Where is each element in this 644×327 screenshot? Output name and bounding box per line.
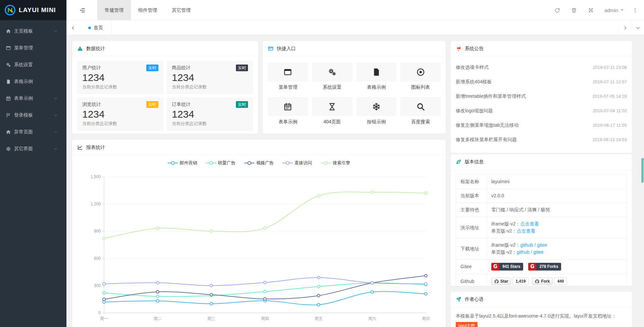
- sidebar-item-3[interactable]: 表格示例: [0, 73, 66, 90]
- notice-date: 2019-07-04 11:02: [593, 108, 627, 113]
- version-value: 零门槛 / 响应式 / 清爽 / 极简: [491, 207, 550, 212]
- quick-entry-0[interactable]: 菜单管理: [268, 63, 308, 90]
- notice-item-2[interactable]: 新增treetable插件和菜单管理样式2019-07-05 14:28: [456, 89, 627, 104]
- notice-item-5[interactable]: 修复多模块菜单栏展开有问题2019-06-13 14:53: [456, 132, 627, 147]
- tab-menu-button[interactable]: [631, 21, 644, 35]
- sidebar-item-label: 登录模板: [14, 112, 54, 118]
- chevron-right-icon: [623, 26, 628, 30]
- layui-doc-badge[interactable]: layui文档: [456, 322, 478, 327]
- refresh-button[interactable]: [549, 0, 565, 20]
- version-link[interactable]: github: [520, 242, 533, 248]
- stat-value: 1234: [82, 109, 158, 120]
- tab-home[interactable]: 首页: [80, 21, 111, 35]
- svg-text:1,500: 1,500: [91, 174, 101, 179]
- github-star-button[interactable]: Star: [491, 278, 511, 285]
- notice-text: 修复多模块菜单栏展开有问题: [456, 137, 517, 143]
- stat-badge: 实时: [146, 101, 158, 108]
- version-label: 主要特色: [456, 203, 487, 217]
- calendar-icon: [6, 96, 11, 101]
- leaf-icon: [456, 159, 461, 165]
- header-actions: admin: [549, 0, 641, 20]
- legend-item-1[interactable]: 联盟广告: [206, 160, 236, 166]
- quick-entry-6[interactable]: 按钮示例: [356, 97, 397, 125]
- stat-desc: 当前分类总记录数: [82, 121, 158, 127]
- fullscreen-button[interactable]: [582, 0, 599, 20]
- quick-entry-2[interactable]: 表格示例: [356, 63, 397, 90]
- github-fork-button[interactable]: Fork: [532, 278, 553, 285]
- quick-entry-5[interactable]: 404页面: [312, 97, 352, 125]
- notice-item-3[interactable]: 修改logo缩放问题2019-07-04 11:02: [456, 104, 627, 118]
- legend-label: 直接访问: [295, 160, 312, 166]
- warning-triangle-icon: [77, 46, 83, 51]
- refresh-icon: [554, 7, 560, 13]
- version-link[interactable]: gitee: [533, 249, 543, 255]
- bullhorn-icon: [456, 46, 461, 51]
- notice-item-4[interactable]: 修复左侧菜单缩放tab无法移动2019-06-17 11:55: [456, 118, 627, 132]
- legend-item-0[interactable]: 邮件营销: [168, 160, 197, 166]
- version-row-6: GithubStar1,419Fork440: [456, 274, 627, 289]
- quick-entry-4[interactable]: 表单示例: [268, 97, 308, 125]
- gitee-badge[interactable]: G941 Stars: [491, 263, 523, 271]
- version-link[interactable]: 点击查看: [520, 221, 539, 227]
- menu-fold-icon: [79, 7, 86, 13]
- tab-scroll-right-button[interactable]: [618, 21, 631, 35]
- home-icon: [6, 29, 11, 34]
- version-link[interactable]: gitee: [537, 242, 547, 248]
- version-value: layuimini: [491, 179, 509, 184]
- user-dropdown[interactable]: admin: [599, 0, 629, 20]
- legend-item-3[interactable]: 直接访问: [283, 160, 312, 166]
- legend-label: 邮件营销: [180, 160, 197, 166]
- legend-mark-icon: [244, 161, 254, 165]
- page-scrollbar[interactable]: [641, 158, 644, 183]
- stat-desc: 当前分类总记录数: [172, 121, 248, 127]
- legend-item-4[interactable]: 搜索引擎: [321, 160, 350, 166]
- sidebar-menu: 主页模板菜单管理系统设置表格示例表单示例登录模板异常页面其它界面: [0, 20, 66, 157]
- cogs-icon: [6, 62, 11, 68]
- module-tab-2[interactable]: 其它管理: [164, 0, 198, 20]
- sidebar: LAYUI MINI 主页模板菜单管理系统设置表格示例表单示例登录模板异常页面其…: [0, 0, 66, 327]
- version-label: Github: [456, 274, 487, 289]
- version-link[interactable]: github: [516, 249, 529, 255]
- version-row-2: 主要特色零门槛 / 响应式 / 清爽 / 极简: [456, 203, 627, 217]
- sidebar-item-2[interactable]: 系统设置: [0, 56, 66, 73]
- github-count[interactable]: 1,419: [512, 278, 529, 285]
- sidebar-item-1[interactable]: 菜单管理: [0, 40, 66, 56]
- more-options-button[interactable]: [629, 0, 641, 20]
- module-tab-0[interactable]: 常规管理: [97, 0, 131, 20]
- svg-text:周五: 周五: [314, 316, 323, 321]
- sidebar-item-label: 系统设置: [14, 62, 61, 68]
- quick-entry-7[interactable]: 百度搜索: [400, 97, 441, 125]
- quick-entry-1[interactable]: 系统设置: [312, 63, 352, 90]
- paper-plane-icon: [456, 296, 461, 302]
- menu-collapse-button[interactable]: [75, 0, 90, 20]
- file-text-icon: [6, 79, 11, 84]
- gitee-badge-label: 278 Forks: [536, 263, 561, 271]
- sidebar-item-7[interactable]: 其它界面: [0, 140, 66, 157]
- line-chart: 1,5001,2009006003000周一周二周三周四周五周六周日: [72, 171, 446, 327]
- gitee-badge[interactable]: G278 Forks: [528, 263, 561, 271]
- logo[interactable]: LAYUI MINI: [0, 0, 66, 20]
- username: admin: [604, 7, 618, 13]
- legend-item-2[interactable]: 视频广告: [244, 160, 274, 166]
- notice-item-0[interactable]: 修改选项卡样式2019-07-11 23:06: [456, 60, 627, 75]
- clear-cache-button[interactable]: [565, 0, 582, 20]
- version-link[interactable]: 点击查看: [516, 228, 535, 234]
- sidebar-item-0[interactable]: 主页模板: [0, 23, 66, 40]
- author-text: 本模板基于layui2.5.4以及font-awesome-4.7.0进行实现。…: [456, 312, 627, 321]
- sidebar-item-5[interactable]: 登录模板: [0, 107, 66, 124]
- snowflake-icon: [372, 102, 381, 111]
- github-icon: [494, 279, 499, 284]
- sidebar-item-6[interactable]: 异常页面: [0, 124, 66, 140]
- chevron-down-icon: [54, 29, 58, 33]
- quick-entry-label: 百度搜索: [400, 119, 441, 125]
- quick-entry-3[interactable]: 图标列表: [400, 63, 441, 90]
- sidebar-item-4[interactable]: 表单示例: [0, 90, 66, 107]
- notice-item-1[interactable]: 新增系统404模板2019-07-11 12:57: [456, 75, 627, 89]
- window-icon: [283, 68, 292, 77]
- chevron-down-icon: [54, 130, 58, 134]
- quick-entry-label: 表格示例: [356, 84, 397, 90]
- tab-scroll-left-button[interactable]: [66, 21, 80, 35]
- module-tab-1[interactable]: 组件管理: [131, 0, 164, 20]
- github-count[interactable]: 440: [554, 278, 567, 285]
- legend-mark-icon: [206, 161, 216, 165]
